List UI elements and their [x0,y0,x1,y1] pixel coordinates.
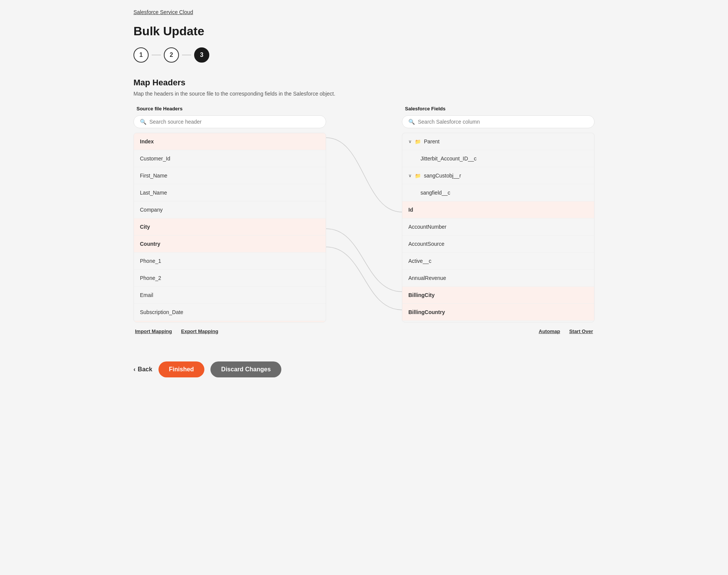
source-headers-section: Source file Headers 🔍 Index Customer_Id … [133,106,326,322]
start-over-link[interactable]: Start Over [569,328,593,334]
page-title: Bulk Update [133,24,595,38]
list-item[interactable]: Website [134,321,326,322]
sf-list-item-jitterbit[interactable]: Jitterbit_Account_ID__c [402,150,594,167]
step-3[interactable]: 3 [194,47,209,63]
back-arrow-icon: ‹ [133,366,135,373]
list-item[interactable]: Company [134,201,326,218]
folder-icon: 📁 [415,173,421,179]
export-mapping-link[interactable]: Export Mapping [181,328,218,334]
sf-list: ∨ 📁 Parent Jitterbit_Account_ID__c ∨ 📁 s… [402,133,595,322]
automap-link[interactable]: Automap [539,328,560,334]
step-1[interactable]: 1 [133,47,149,63]
connector-area [326,106,402,320]
sf-list-item-billinggeocode[interactable]: BillingGeocodeAccuracy [402,321,594,322]
section-description: Map the headers in the source file to th… [133,91,595,97]
page-container: Salesforce Service Cloud Bulk Update 1 2… [121,0,607,575]
sf-list-item-sangfield[interactable]: sangfield__c [402,184,594,201]
sf-list-item-active-c[interactable]: Active__c [402,253,594,270]
list-item[interactable]: First_Name [134,167,326,184]
section-title: Map Headers [133,78,595,88]
mapping-layout: Source file Headers 🔍 Index Customer_Id … [133,106,595,322]
source-headers-label: Source file Headers [133,106,326,112]
toolbar-left: Import Mapping Export Mapping [135,328,218,334]
sf-list-item-accountsource[interactable]: AccountSource [402,236,594,253]
source-list: Index Customer_Id First_Name Last_Name C… [133,133,326,322]
sf-list-item-parent[interactable]: ∨ 📁 Parent [402,133,594,150]
source-search-icon: 🔍 [140,119,146,125]
salesforce-fields-label: Salesforce Fields [402,106,595,112]
sf-list-item-id[interactable]: Id [402,201,594,218]
sf-list-item-billingcity[interactable]: BillingCity [402,287,594,304]
finished-button[interactable]: Finished [158,361,205,377]
sf-search-icon: 🔍 [408,119,415,125]
list-item[interactable]: Country [134,236,326,253]
list-item[interactable]: Subscription_Date [134,304,326,321]
back-button[interactable]: ‹ Back [133,366,152,373]
import-mapping-link[interactable]: Import Mapping [135,328,172,334]
connector-svg [326,129,402,318]
discard-changes-button[interactable]: Discard Changes [210,361,281,377]
list-item[interactable]: Phone_1 [134,253,326,270]
chevron-down-icon: ∨ [408,173,412,178]
step-2[interactable]: 2 [164,47,179,63]
steps-container: 1 2 3 [133,47,595,63]
bottom-toolbar: Import Mapping Export Mapping Automap St… [133,328,595,334]
source-search-box: 🔍 [133,115,326,128]
folder-icon: 📁 [415,139,421,145]
list-item[interactable]: Customer_Id [134,150,326,167]
step-connector-1 [152,55,161,55]
footer-actions: ‹ Back Finished Discard Changes [133,352,595,386]
sf-search-input[interactable] [418,119,588,125]
sf-list-item-accountnumber[interactable]: AccountNumber [402,218,594,236]
source-search-input[interactable] [149,119,320,125]
breadcrumb[interactable]: Salesforce Service Cloud [133,9,595,15]
salesforce-fields-section: Salesforce Fields 🔍 ∨ 📁 Parent Jitterbit… [402,106,595,322]
list-item[interactable]: Index [134,133,326,150]
toolbar-right: Automap Start Over [539,328,593,334]
chevron-down-icon: ∨ [408,139,412,144]
list-item[interactable]: Email [134,287,326,304]
list-item[interactable]: City [134,218,326,236]
list-item[interactable]: Phone_2 [134,270,326,287]
sf-list-item-billingcountry[interactable]: BillingCountry [402,304,594,321]
list-item[interactable]: Last_Name [134,184,326,201]
sf-list-item-sangcustobj[interactable]: ∨ 📁 sangCustobj__r [402,167,594,184]
sf-search-box: 🔍 [402,115,595,128]
step-connector-2 [182,55,191,55]
sf-list-item-annualrevenue[interactable]: AnnualRevenue [402,270,594,287]
